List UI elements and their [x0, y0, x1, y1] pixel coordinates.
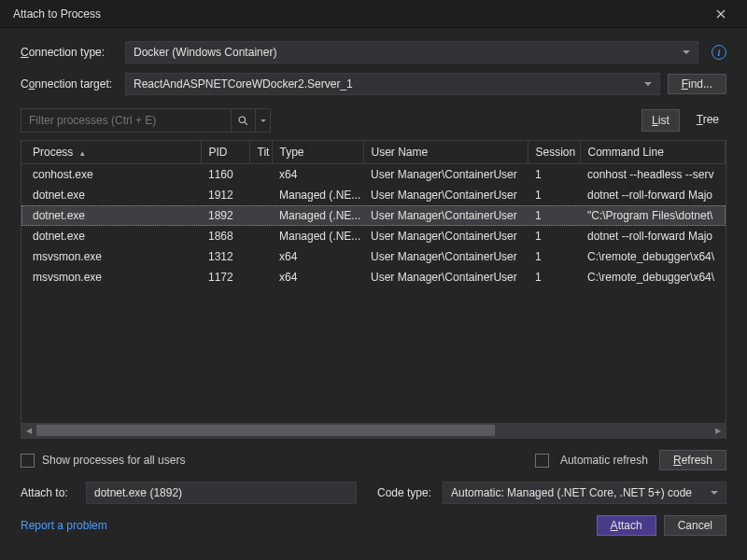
connection-target-row: Connection target: ReactAndASPNETCoreWDo…	[21, 73, 726, 95]
filter-box	[21, 108, 271, 133]
cell-type: x64	[272, 267, 363, 287]
process-table: Process PID Tit Type User Name Session C…	[21, 141, 726, 287]
table-row[interactable]: dotnet.exe1868Managed (.NE...User Manage…	[21, 226, 726, 246]
cell-pid: 1312	[201, 246, 249, 267]
connection-type-value: Docker (Windows Container)	[134, 46, 276, 59]
close-button[interactable]	[702, 1, 740, 27]
cell-tit	[249, 164, 272, 186]
filter-dropdown[interactable]	[255, 108, 270, 133]
col-header-type[interactable]: Type	[272, 141, 363, 164]
code-type-value: Automatic: Managed (.NET Core, .NET 5+) …	[451, 486, 692, 499]
refresh-button[interactable]: Refresh	[659, 450, 726, 470]
cell-session: 1	[528, 246, 580, 267]
view-list-button[interactable]: List	[641, 109, 680, 132]
cell-cmd: C:\remote_debugger\x64\	[580, 246, 726, 267]
cell-type: Managed (.NE...	[272, 205, 363, 226]
cancel-button[interactable]: Cancel	[664, 515, 726, 536]
col-header-title[interactable]: Tit	[249, 141, 272, 164]
close-icon	[716, 9, 726, 19]
cell-process: dotnet.exe	[21, 205, 201, 226]
scroll-thumb[interactable]	[36, 425, 495, 436]
cell-pid: 1172	[201, 267, 249, 287]
cell-process: msvsmon.exe	[21, 246, 201, 267]
view-tree-button[interactable]: Tree	[693, 109, 723, 132]
cell-session: 1	[528, 205, 580, 226]
process-table-container: Process PID Tit Type User Name Session C…	[21, 140, 726, 439]
horizontal-scrollbar[interactable]: ◀ ▶	[21, 423, 726, 438]
info-icon[interactable]: i	[712, 45, 726, 60]
cell-session: 1	[528, 226, 580, 246]
report-problem-link[interactable]: Report a problem	[21, 519, 107, 532]
connection-type-label: Connection type:	[21, 46, 118, 59]
table-row[interactable]: msvsmon.exe1172x64User Manager\Container…	[21, 267, 726, 287]
auto-refresh-label: Automatic refresh	[560, 454, 648, 467]
scroll-right-arrow[interactable]: ▶	[711, 423, 726, 438]
options-row: Show processes for all users Automatic r…	[21, 450, 726, 470]
cell-cmd: dotnet --roll-forward Majo	[580, 185, 726, 205]
attach-to-field[interactable]: dotnet.exe (1892)	[86, 482, 357, 504]
attach-button[interactable]: Attach	[597, 515, 656, 536]
action-row: Report a problem Attach Cancel	[21, 515, 726, 536]
cell-process: dotnet.exe	[21, 226, 201, 246]
cell-process: dotnet.exe	[21, 185, 201, 205]
svg-point-0	[239, 117, 246, 123]
col-header-user[interactable]: User Name	[363, 141, 528, 164]
cell-pid: 1892	[201, 205, 249, 226]
cell-process: msvsmon.exe	[21, 267, 201, 287]
col-header-pid[interactable]: PID	[201, 141, 249, 164]
find-button[interactable]: Find...	[668, 74, 726, 94]
cell-tit	[249, 226, 272, 246]
code-type-label: Code type:	[364, 486, 435, 499]
scroll-track[interactable]	[36, 423, 711, 438]
col-header-cmd[interactable]: Command Line	[580, 141, 726, 164]
cell-user: User Manager\ContainerUser	[363, 205, 528, 226]
auto-refresh-checkbox[interactable]	[535, 454, 549, 468]
connection-target-value: ReactAndASPNETCoreWDocker2.Server_1	[134, 77, 353, 91]
table-row[interactable]: msvsmon.exe1312x64User Manager\Container…	[21, 246, 726, 267]
cell-cmd: C:\remote_debugger\x64\	[580, 267, 726, 287]
cell-user: User Manager\ContainerUser	[363, 267, 528, 287]
connection-target-label: Connection target:	[21, 77, 118, 91]
code-type-combo[interactable]: Automatic: Managed (.NET Core, .NET 5+) …	[443, 482, 726, 504]
cell-tit	[249, 267, 272, 287]
filter-input[interactable]	[21, 114, 231, 127]
cell-pid: 1868	[201, 226, 249, 246]
dialog-title: Attach to Process	[13, 7, 101, 21]
cell-pid: 1912	[201, 185, 249, 205]
col-header-process[interactable]: Process	[21, 141, 201, 164]
scroll-left-arrow[interactable]: ◀	[21, 423, 36, 438]
cell-user: User Manager\ContainerUser	[363, 246, 528, 267]
attach-to-row: Attach to: dotnet.exe (1892) Code type: …	[21, 482, 726, 504]
cell-type: x64	[272, 246, 363, 267]
cell-type: Managed (.NE...	[272, 226, 363, 246]
cell-cmd: conhost --headless --serv	[580, 164, 726, 186]
col-header-session[interactable]: Session	[528, 141, 580, 164]
cell-cmd: "C:\Program Files\dotnet\	[580, 205, 726, 226]
cell-tit	[249, 246, 272, 267]
cell-type: x64	[272, 164, 363, 186]
cell-session: 1	[528, 164, 580, 186]
cell-process: conhost.exe	[21, 164, 201, 186]
show-all-users-checkbox[interactable]	[21, 454, 35, 468]
cell-session: 1	[528, 185, 580, 205]
titlebar: Attach to Process	[0, 0, 747, 28]
connection-target-combo[interactable]: ReactAndASPNETCoreWDocker2.Server_1	[125, 73, 660, 95]
table-row[interactable]: dotnet.exe1892Managed (.NE...User Manage…	[21, 205, 726, 226]
cell-user: User Manager\ContainerUser	[363, 164, 528, 186]
cell-tit	[249, 205, 272, 226]
table-row[interactable]: conhost.exe1160x64User Manager\Container…	[21, 164, 726, 186]
cell-type: Managed (.NE...	[272, 185, 363, 205]
attach-to-value: dotnet.exe (1892)	[94, 486, 182, 499]
table-row[interactable]: dotnet.exe1912Managed (.NE...User Manage…	[21, 185, 726, 205]
table-header-row: Process PID Tit Type User Name Session C…	[21, 141, 726, 164]
cell-pid: 1160	[201, 164, 249, 186]
search-icon	[237, 115, 249, 127]
attach-to-label: Attach to:	[21, 486, 78, 499]
attach-to-process-dialog: Attach to Process Connection type: Docke…	[0, 0, 747, 560]
search-icon-button[interactable]	[231, 108, 255, 133]
cell-session: 1	[528, 267, 580, 287]
cell-tit	[249, 185, 272, 205]
view-toggle: List Tree	[641, 109, 726, 132]
cell-user: User Manager\ContainerUser	[363, 185, 528, 205]
connection-type-combo[interactable]: Docker (Windows Container)	[125, 41, 698, 63]
